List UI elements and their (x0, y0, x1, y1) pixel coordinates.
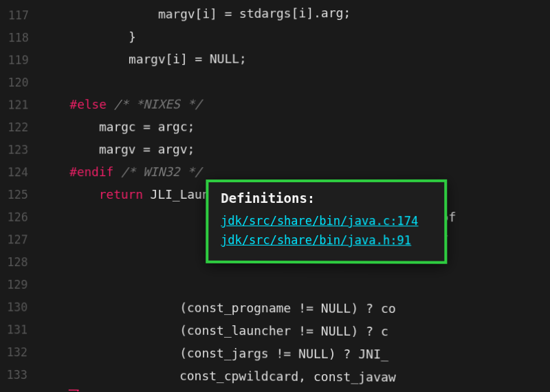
line-number: 131 (3, 323, 40, 336)
code-content[interactable]: margv[i] = stdargs[i].arg; (41, 6, 351, 22)
definition-link[interactable]: jdk/src/share/bin/java.c:174 (221, 211, 432, 230)
line-number: 122 (3, 120, 41, 134)
code-content[interactable]: #endif /* WIN32 */ (41, 164, 202, 179)
line-number: 126 (3, 210, 41, 224)
code-content[interactable]: } (41, 30, 135, 45)
code-line[interactable]: 132 (const_jargs != NULL) ? JNI_ (3, 340, 550, 367)
code-line[interactable]: 130 (const_progname != NULL) ? co (3, 296, 550, 321)
code-content[interactable]: margc = argc; (41, 119, 195, 133)
line-number: 125 (3, 188, 41, 202)
code-line[interactable]: 121 #else /* *NIXES */ (3, 91, 550, 116)
line-number: 124 (3, 165, 41, 179)
line-number: 123 (3, 142, 41, 156)
code-content[interactable] (40, 277, 47, 292)
line-number: 133 (3, 367, 40, 381)
tooltip-title: Definitions: (221, 190, 432, 206)
line-number: 118 (4, 30, 41, 44)
code-line[interactable]: 131 (const_launcher != NULL) ? c (3, 318, 550, 343)
code-line[interactable]: 119 margv[i] = NULL; (3, 45, 550, 71)
definition-link[interactable]: jdk/src/share/bin/java.h:91 (221, 230, 432, 250)
line-number: 132 (3, 345, 40, 359)
line-number: 120 (3, 75, 41, 89)
code-line[interactable]: 123 margv = argv; (3, 137, 550, 160)
code-line[interactable]: 118 } (4, 23, 550, 49)
line-number: 117 (4, 8, 41, 22)
code-content[interactable]: (const_progname != NULL) ? co (40, 300, 396, 316)
code-line[interactable]: 117 margv[i] = stdargs[i].arg; (4, 0, 550, 26)
code-content[interactable]: (const_launcher != NULL) ? c (40, 323, 388, 339)
definitions-tooltip: Definitions: jdk/src/share/bin/java.c:17… (206, 179, 447, 264)
line-number: 130 (3, 300, 40, 314)
code-line[interactable]: 129 (3, 273, 550, 298)
code-line[interactable]: 122 margc = argc; (3, 114, 550, 138)
code-content[interactable]: const_cpwildcard, const_javaw (40, 367, 396, 384)
line-number: 121 (3, 98, 41, 111)
code-content[interactable]: #else /* *NIXES */ (41, 97, 202, 112)
line-number: 128 (3, 255, 40, 269)
line-number: 129 (3, 277, 40, 291)
code-content[interactable] (41, 75, 48, 89)
code-content[interactable]: margv[i] = NULL; (41, 52, 247, 67)
code-content[interactable]: (const_jargs != NULL) ? JNI_ (40, 345, 388, 361)
line-number: 127 (3, 232, 40, 246)
code-content[interactable] (40, 254, 47, 269)
line-number: 119 (4, 53, 41, 67)
code-line[interactable]: 120 (3, 68, 550, 93)
code-content[interactable]: margv = argv; (41, 142, 195, 156)
